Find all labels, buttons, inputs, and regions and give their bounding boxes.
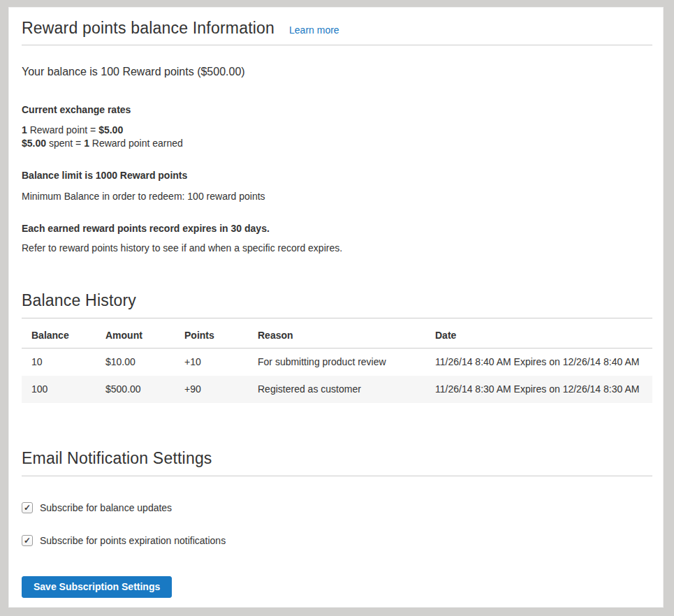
balance-updates-label[interactable]: Subscribe for balance updates <box>40 501 172 514</box>
balance-updates-option: ✓ Subscribe for balance updates <box>22 501 652 514</box>
balance-history-table: Balance Amount Points Reason Date 10 $10… <box>22 318 652 403</box>
cell-reason: Registered as customer <box>248 376 425 403</box>
cell-amount: $10.00 <box>96 349 175 376</box>
balance-limit-note: Balance limit is 1000 Reward points <box>22 169 652 182</box>
column-header-date: Date <box>425 318 652 349</box>
table-row: 100 $500.00 +90 Registered as customer 1… <box>22 376 652 403</box>
balance-summary: Your balance is 100 Reward points ($500.… <box>22 64 652 79</box>
rate-line-1: 1 Reward point = $5.00 <box>22 124 652 137</box>
table-row: 10 $10.00 +10 For submitting product rev… <box>22 349 652 376</box>
cell-balance: 100 <box>22 376 96 403</box>
learn-more-link[interactable]: Learn more <box>289 24 339 36</box>
checkmark-icon: ✓ <box>24 536 31 545</box>
reward-info-card: Reward points balance Information Learn … <box>8 7 664 608</box>
table-header-row: Balance Amount Points Reason Date <box>22 318 652 349</box>
cell-reason: For submitting product review <box>248 349 425 376</box>
balance-updates-checkbox[interactable]: ✓ <box>22 502 33 513</box>
page-header: Reward points balance Information Learn … <box>22 8 652 38</box>
points-expiration-option: ✓ Subscribe for points expiration notifi… <box>22 534 652 547</box>
save-subscription-settings-button[interactable]: Save Subscription Settings <box>22 576 172 598</box>
balance-history-heading: Balance History <box>22 290 652 311</box>
email-settings-divider <box>22 476 652 476</box>
email-settings-heading: Email Notification Settings <box>22 448 652 469</box>
column-header-reason: Reason <box>248 318 425 349</box>
exchange-rates-heading: Current exchange rates <box>22 103 652 117</box>
exchange-rate-lines: 1 Reward point = $5.00$5.00 spent = 1 Re… <box>22 124 652 150</box>
header-divider <box>22 45 652 45</box>
checkmark-icon: ✓ <box>24 504 31 512</box>
page-background: { "header": { "title": "Reward points ba… <box>0 0 674 616</box>
cell-points: +10 <box>175 349 248 376</box>
rate-line-2: $5.00 spent = 1 Reward point earned <box>22 137 652 150</box>
expiration-note: Each earned reward points record expires… <box>22 222 652 235</box>
page-title: Reward points balance Information <box>22 17 274 38</box>
minimum-balance-note: Minimum Balance in order to redeem: 100 … <box>22 190 652 203</box>
column-header-amount: Amount <box>96 318 175 349</box>
cell-points: +90 <box>175 376 248 403</box>
column-header-points: Points <box>175 318 248 349</box>
cell-amount: $500.00 <box>96 376 175 403</box>
cell-date: 11/26/14 8:30 AM Expires on 12/26/14 8:3… <box>425 376 652 403</box>
expiration-history-hint: Refer to reward points history to see if… <box>22 242 652 255</box>
points-expiration-checkbox[interactable]: ✓ <box>22 535 33 546</box>
cell-date: 11/26/14 8:40 AM Expires on 12/26/14 8:4… <box>425 349 652 376</box>
column-header-balance: Balance <box>22 318 96 349</box>
points-expiration-label[interactable]: Subscribe for points expiration notifica… <box>40 534 226 547</box>
cell-balance: 10 <box>22 349 96 376</box>
